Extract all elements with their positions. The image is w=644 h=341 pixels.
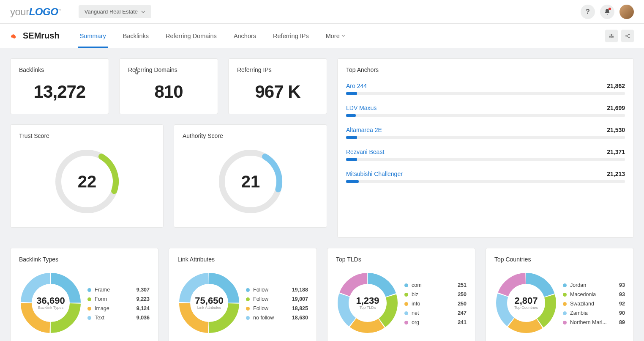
legend-row: Northern Mari...89 — [563, 318, 625, 327]
backlinks-card[interactable]: Backlinks 13,272 — [10, 58, 109, 114]
notification-dot-icon — [609, 8, 611, 10]
help-icon: ? — [586, 8, 590, 16]
legend-label: Follow — [253, 296, 289, 302]
anchor-row[interactable]: Aro 24421,862 — [346, 82, 625, 95]
anchor-name: Aro 244 — [346, 82, 367, 89]
legend-row: Form9,223 — [87, 294, 150, 304]
legend-value: 19,007 — [292, 296, 308, 302]
anchor-row[interactable]: Rezvani Beast21,371 — [346, 148, 625, 161]
notifications-button[interactable] — [600, 5, 614, 19]
donut-chart: 2,807 Top Countries — [494, 271, 558, 335]
anchor-row[interactable]: LDV Maxus21,699 — [346, 104, 625, 117]
donut-chart: 1,239 Top TLDs — [336, 271, 399, 335]
trust-score-card[interactable]: Trust Score 22 — [10, 124, 164, 228]
stat-value: 810 — [128, 82, 209, 102]
card-title: Referring IPs — [237, 66, 318, 73]
legend-row: Image9,124 — [87, 304, 150, 313]
card-title: Backlinks — [19, 66, 100, 73]
authority-score-card[interactable]: Authority Score 21 — [174, 124, 327, 228]
legend-dot-icon — [246, 297, 250, 301]
legend-row: Text9,036 — [87, 313, 150, 322]
legend-row: Follow19,188 — [246, 285, 308, 294]
card-title: Authority Score — [183, 132, 318, 139]
legend-value: 9,036 — [136, 315, 150, 321]
tab-referring-domains[interactable]: Referring Domains — [158, 24, 224, 48]
anchor-name: LDV Maxus — [346, 104, 377, 111]
referring-ips-card[interactable]: Referring IPs 967 K — [228, 58, 327, 114]
legend-value: 18,825 — [292, 305, 308, 311]
legend-dot-icon — [87, 288, 91, 292]
legend-label: org — [412, 319, 455, 325]
tab-referring-ips[interactable]: Referring IPs — [265, 24, 317, 48]
svg-text:75,650: 75,650 — [195, 295, 223, 306]
legend-dot-icon — [87, 316, 91, 320]
help-button[interactable]: ? — [581, 5, 595, 19]
tab-backlinks[interactable]: Backlinks — [115, 24, 156, 48]
legend-dot-icon — [246, 316, 250, 320]
legend-dot-icon — [404, 302, 408, 306]
card-title: Top Anchors — [346, 66, 625, 73]
legend-dot-icon — [246, 307, 250, 311]
legend-row: Swaziland92 — [563, 299, 625, 308]
legend-label: Form — [95, 296, 134, 302]
tab-more[interactable]: More — [318, 24, 353, 48]
top-tlds-card[interactable]: Top TLDs 1,239 Top TLDscom251biz250info2… — [327, 248, 475, 341]
legend-label: biz — [412, 292, 455, 297]
divider — [70, 6, 70, 18]
svg-text:Backlink Types: Backlink Types — [38, 305, 63, 310]
anchor-bar — [346, 136, 625, 139]
sliders-icon — [609, 33, 614, 39]
legend-label: info — [412, 301, 455, 307]
legend-row: info250 — [404, 299, 467, 308]
top-countries-card[interactable]: Top Countries 2,807 Top CountriesJordan9… — [486, 248, 634, 341]
svg-text:2,807: 2,807 — [514, 295, 538, 306]
legend-label: Frame — [95, 287, 134, 293]
referring-domains-card[interactable]: Referring Domains 810 — [119, 58, 218, 114]
tabs: Summary Backlinks Referring Domains Anch… — [72, 24, 353, 48]
legend-dot-icon — [246, 288, 250, 292]
share-button[interactable] — [621, 30, 634, 42]
caret-down-icon — [141, 11, 145, 13]
client-selector[interactable]: Vanguard Real Estate — [79, 5, 151, 18]
dashboard-content: Backlinks 13,272 Referring Domains 810 R… — [0, 48, 644, 341]
app-logo: yourLOGO™ — [10, 6, 61, 18]
svg-text:36,690: 36,690 — [36, 295, 65, 306]
legend-row: Follow18,825 — [246, 304, 308, 313]
svg-text:22: 22 — [77, 172, 96, 191]
legend-dot-icon — [404, 293, 408, 297]
legend-dot-icon — [563, 293, 567, 297]
toolbar: SEMrush Summary Backlinks Referring Doma… — [0, 24, 644, 48]
legend-dot-icon — [404, 311, 408, 315]
tab-anchors[interactable]: Anchors — [226, 24, 264, 48]
legend-label: Text — [95, 315, 134, 321]
card-title: Link Attributes — [177, 256, 308, 263]
anchor-row[interactable]: Altamarea 2E21,530 — [346, 126, 625, 139]
stat-value: 13,272 — [19, 82, 100, 102]
top-anchors-card[interactable]: Top Anchors Aro 24421,862 LDV Maxus21,69… — [337, 58, 634, 238]
legend-row: Jordan93 — [563, 280, 625, 290]
trust-gauge: 22 — [19, 143, 155, 220]
stat-value: 967 K — [237, 82, 318, 102]
legend-value: 9,307 — [136, 287, 150, 293]
anchor-row[interactable]: Mitsubishi Challenger21,213 — [346, 170, 625, 183]
link-attributes-card[interactable]: Link Attributes 75,650 Link AttributesFo… — [169, 248, 317, 341]
svg-text:Top TLDs: Top TLDs — [360, 305, 376, 310]
donut-chart: 36,690 Backlink Types — [19, 271, 82, 335]
anchor-value: 21,371 — [607, 148, 625, 155]
tab-summary[interactable]: Summary — [72, 24, 114, 48]
anchor-bar — [346, 180, 625, 183]
legend-dot-icon — [404, 321, 408, 324]
backlink-types-card[interactable]: Backlink Types 36,690 Backlink TypesFram… — [10, 248, 158, 341]
svg-text:Top Countries: Top Countries — [514, 305, 538, 310]
anchor-name: Mitsubishi Challenger — [346, 170, 403, 177]
legend-dot-icon — [563, 311, 567, 315]
anchor-bar — [346, 92, 625, 95]
legend-value: 9,124 — [136, 305, 150, 311]
settings-button[interactable] — [605, 30, 618, 42]
user-avatar[interactable] — [619, 5, 634, 19]
legend-row: Frame9,307 — [87, 285, 150, 294]
anchor-name: Altamarea 2E — [346, 126, 382, 133]
legend-row: no follow18,630 — [246, 313, 308, 322]
legend-label: com — [412, 282, 455, 288]
caret-down-icon — [341, 35, 345, 37]
